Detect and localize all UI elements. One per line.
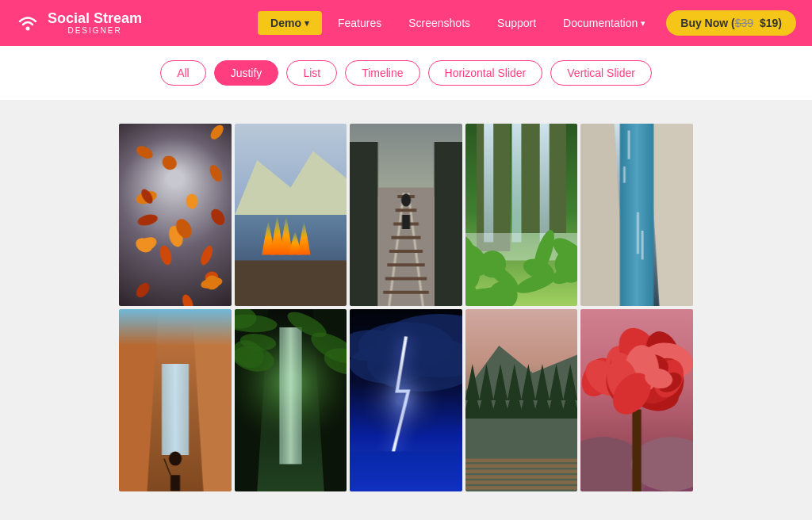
gallery-item-10[interactable] [580,309,693,491]
nav-demo-button[interactable]: Demo [258,11,322,35]
svg-point-0 [26,26,30,30]
wifi-icon [16,11,40,35]
logo-text: Social Stream DESIGNER [48,11,142,36]
gallery-item-7[interactable] [235,309,347,491]
filter-horizontal-button[interactable]: Horizontal Slider [428,60,543,86]
nav-screenshots-button[interactable]: Screenshots [397,12,481,34]
image-mountain-forest [465,309,578,491]
main-nav: Demo Features Screenshots Support Docume… [258,10,796,36]
gallery-row-1 [119,124,693,306]
buy-now-button[interactable]: Buy Now ($39 $19) [666,10,796,36]
image-river-aerial [580,124,693,306]
gallery-item-2[interactable] [235,124,347,306]
header: Social Stream DESIGNER Demo Features Scr… [0,0,812,46]
filter-vertical-button[interactable]: Vertical Slider [550,60,652,86]
gallery-item-9[interactable] [465,309,578,491]
image-autumn-leaves [119,124,232,306]
nav-documentation-button[interactable]: Documentation [552,12,657,34]
filter-list-button[interactable]: List [286,60,337,86]
image-mountain-lake [235,124,347,306]
image-cave-waterfall [235,309,347,491]
image-railway [350,124,462,306]
logo: Social Stream DESIGNER [16,11,142,36]
image-canyon [119,309,232,491]
nav-support-button[interactable]: Support [486,12,547,34]
nav-features-button[interactable]: Features [327,12,393,34]
gallery-item-1[interactable] [119,124,232,306]
gallery-row-2 [119,309,693,491]
filter-all-button[interactable]: All [160,60,206,86]
image-waterfalls [465,124,578,306]
gallery-section [0,100,812,515]
gallery-item-5[interactable] [580,124,693,306]
gallery-item-4[interactable] [465,124,578,306]
image-red-tree [580,309,693,491]
brand-name: Social Stream [48,11,142,27]
gallery-item-3[interactable] [350,124,462,306]
filter-bar: All Justify List Timeline Horizontal Sli… [0,46,812,100]
old-price: $39 [735,17,753,29]
gallery-grid [119,124,693,491]
brand-sub: DESIGNER [48,26,142,35]
filter-justify-button[interactable]: Justify [214,60,279,86]
gallery-item-8[interactable] [350,309,462,491]
gallery-item-6[interactable] [119,309,232,491]
image-lightning [350,309,462,491]
filter-timeline-button[interactable]: Timeline [345,60,419,86]
